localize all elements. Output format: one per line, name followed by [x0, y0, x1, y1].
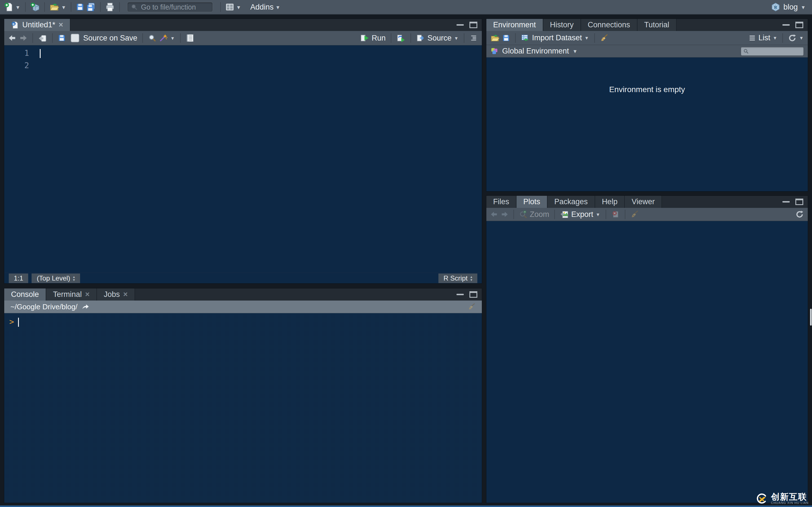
- minimize-icon[interactable]: [782, 201, 790, 203]
- tab-history[interactable]: History: [543, 19, 581, 31]
- goto-file-function-box[interactable]: [127, 2, 213, 12]
- load-workspace-icon[interactable]: [490, 34, 500, 43]
- tab-connections[interactable]: Connections: [581, 19, 638, 31]
- open-in-new-window-icon[interactable]: [38, 34, 47, 43]
- refresh-caret[interactable]: ▾: [799, 35, 804, 41]
- editor-content[interactable]: 1 2: [4, 45, 482, 273]
- list-view-icon[interactable]: [748, 34, 756, 42]
- refresh-plots-icon[interactable]: [795, 210, 804, 219]
- back-icon[interactable]: [8, 34, 17, 42]
- addins-caret[interactable]: ▾: [275, 4, 281, 10]
- run-icon[interactable]: [360, 34, 369, 43]
- previous-plot-icon[interactable]: [490, 210, 498, 218]
- addins-menu[interactable]: Addins: [250, 3, 274, 11]
- tab-viewer[interactable]: Viewer: [625, 196, 662, 208]
- tab-label: Packages: [554, 198, 588, 206]
- compile-report-icon[interactable]: [186, 34, 194, 42]
- close-icon[interactable]: ×: [85, 291, 90, 298]
- file-type-selector[interactable]: R Script ▴▾: [439, 274, 477, 283]
- zoom-plot-icon[interactable]: [519, 210, 527, 219]
- save-workspace-icon[interactable]: [502, 34, 510, 42]
- tab-untitled1[interactable]: R Untitled1* ×: [4, 19, 70, 31]
- global-environment-selector[interactable]: Global Environment: [502, 47, 569, 55]
- find-replace-icon[interactable]: [148, 34, 156, 42]
- environment-search-box[interactable]: [741, 47, 804, 56]
- r-project-icon: R: [771, 2, 780, 12]
- global-environment-caret[interactable]: ▾: [572, 48, 578, 54]
- project-selector[interactable]: R blog ▾: [771, 2, 808, 12]
- scope-selector[interactable]: (Top Level) ▴▾: [32, 274, 80, 283]
- close-icon[interactable]: ×: [123, 291, 128, 298]
- next-plot-icon[interactable]: [500, 210, 508, 218]
- watermark-text: 创新互联 CHUANG XIN HU LIAN: [771, 492, 809, 504]
- save-icon[interactable]: [76, 3, 84, 11]
- new-file-caret[interactable]: ▾: [15, 4, 20, 10]
- source-button[interactable]: Source: [427, 34, 452, 43]
- clear-console-icon[interactable]: [468, 303, 476, 311]
- open-file-icon[interactable]: [49, 2, 59, 12]
- rerun-icon[interactable]: [396, 34, 405, 43]
- forward-icon[interactable]: [19, 34, 28, 42]
- minimize-icon[interactable]: [456, 294, 464, 295]
- close-icon[interactable]: ×: [59, 21, 63, 29]
- tab-jobs[interactable]: Jobs ×: [97, 288, 135, 300]
- export-plot-icon[interactable]: [560, 210, 569, 219]
- separator: [142, 33, 143, 43]
- tab-files[interactable]: Files: [486, 196, 516, 208]
- remove-plot-icon[interactable]: [611, 210, 620, 219]
- tab-plots[interactable]: Plots: [516, 196, 548, 208]
- plots-tabbar: Files Plots Packages Help Viewer: [486, 196, 808, 208]
- goto-directory-icon[interactable]: [82, 303, 89, 311]
- tab-console[interactable]: Console: [4, 288, 46, 300]
- import-dataset-caret[interactable]: ▾: [584, 35, 589, 41]
- run-button[interactable]: Run: [371, 34, 386, 43]
- print-icon[interactable]: [105, 2, 115, 12]
- scrollbar-thumb[interactable]: [810, 309, 812, 326]
- pane-layout-icon[interactable]: [225, 3, 234, 11]
- watermark-title: 创新互联: [771, 492, 809, 501]
- code-area[interactable]: [34, 47, 41, 72]
- code-tools-caret[interactable]: ▾: [170, 36, 175, 41]
- save-all-icon[interactable]: [86, 3, 96, 11]
- minimize-icon[interactable]: [782, 24, 790, 25]
- maximize-icon[interactable]: [469, 22, 477, 28]
- tab-label: Tutorial: [644, 20, 669, 29]
- clear-all-plots-icon[interactable]: [630, 210, 639, 219]
- import-dataset-button[interactable]: Import Dataset: [532, 34, 582, 42]
- tab-packages[interactable]: Packages: [548, 196, 595, 208]
- maximize-icon[interactable]: [795, 22, 803, 28]
- clear-environment-icon[interactable]: [600, 34, 608, 42]
- cursor-position[interactable]: 1:1: [9, 274, 28, 283]
- new-project-icon[interactable]: [30, 2, 40, 12]
- new-file-icon[interactable]: [4, 2, 13, 12]
- source-on-save-checkbox[interactable]: [71, 34, 79, 42]
- source-icon[interactable]: [416, 34, 425, 43]
- minimize-icon[interactable]: [456, 24, 464, 25]
- export-plot-caret[interactable]: ▾: [596, 212, 601, 217]
- export-plot-button[interactable]: Export: [571, 210, 593, 219]
- document-outline-icon[interactable]: [469, 34, 478, 42]
- open-file-caret[interactable]: ▾: [61, 4, 66, 10]
- r-file-icon: R: [11, 21, 19, 29]
- list-view-button[interactable]: List: [758, 34, 770, 42]
- zoom-plot-button[interactable]: Zoom: [530, 210, 549, 219]
- import-dataset-icon[interactable]: [521, 34, 530, 43]
- code-tools-icon[interactable]: [159, 34, 168, 43]
- source-caret[interactable]: ▾: [454, 36, 459, 41]
- tab-help[interactable]: Help: [595, 196, 625, 208]
- tab-tutorial[interactable]: Tutorial: [638, 19, 677, 31]
- maximize-icon[interactable]: [795, 199, 803, 205]
- environment-search-input[interactable]: [751, 47, 801, 55]
- list-view-caret[interactable]: ▾: [772, 35, 777, 41]
- line-number: 2: [4, 59, 29, 72]
- goto-file-function-input[interactable]: [140, 3, 232, 11]
- tab-terminal[interactable]: Terminal ×: [46, 288, 97, 300]
- tab-environment[interactable]: Environment: [486, 19, 543, 31]
- refresh-icon[interactable]: [788, 34, 797, 42]
- maximize-icon[interactable]: [469, 291, 477, 298]
- goto-search-icon: [131, 4, 138, 10]
- console-content[interactable]: >: [4, 313, 482, 503]
- environment-toolbar: Import Dataset ▾ List ▾ ▾: [486, 31, 808, 45]
- save-file-icon[interactable]: [58, 34, 66, 42]
- pane-layout-caret[interactable]: ▾: [236, 4, 241, 10]
